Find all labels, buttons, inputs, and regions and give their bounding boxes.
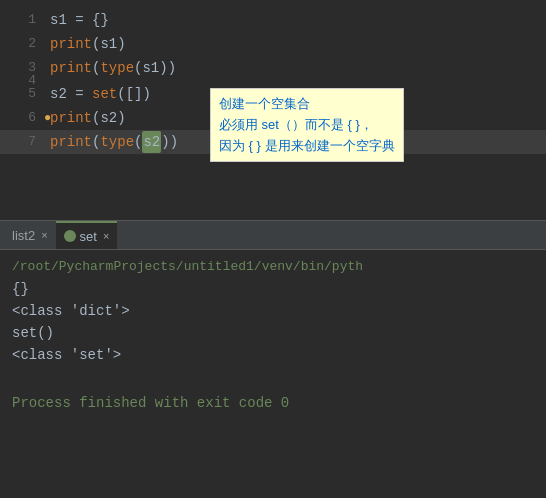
code-token: {} bbox=[92, 9, 109, 31]
code-token: = bbox=[67, 83, 92, 105]
tooltip-line2: 必须用 set（）而不是 { }， bbox=[219, 117, 373, 132]
tabs-bar: list2 × set × bbox=[0, 220, 546, 250]
code-token-highlighted: s2 bbox=[142, 131, 161, 153]
code-token: ( bbox=[92, 57, 100, 79]
arrow-icon: ● bbox=[44, 107, 51, 129]
tab-list2-label: list2 bbox=[12, 228, 35, 243]
code-token: ( bbox=[92, 131, 100, 153]
terminal-blank-line bbox=[12, 366, 534, 388]
code-token: print bbox=[50, 33, 92, 55]
tab-set[interactable]: set × bbox=[56, 221, 118, 249]
terminal-output-line-2: <class 'dict'> bbox=[12, 300, 534, 322]
code-token: type bbox=[100, 57, 134, 79]
code-editor[interactable]: 1 s1 = {} 2 print(s1) 3 print(type(s1)) … bbox=[0, 0, 546, 220]
line-number-5: 5 bbox=[0, 83, 44, 105]
code-token: (s2) bbox=[92, 107, 126, 129]
line-number-1: 1 bbox=[0, 9, 44, 31]
tooltip-annotation: 创建一个空集合 必须用 set（）而不是 { }， 因为 { } 是用来创建一个… bbox=[210, 88, 404, 162]
tab-set-icon bbox=[64, 230, 76, 242]
code-token: ( bbox=[134, 131, 142, 153]
terminal-output: /root/PycharmProjects/untitled1/venv/bin… bbox=[0, 250, 546, 498]
code-token: ([]) bbox=[117, 83, 151, 105]
code-line-1: 1 s1 = {} bbox=[0, 8, 546, 32]
terminal-output-line-4: <class 'set'> bbox=[12, 344, 534, 366]
line-number-7: 7 bbox=[0, 131, 44, 153]
code-token: print bbox=[50, 107, 92, 129]
code-token: set bbox=[92, 83, 117, 105]
terminal-output-line-3: set() bbox=[12, 322, 534, 344]
code-token: s1 bbox=[50, 9, 67, 31]
code-token: (s1) bbox=[92, 33, 126, 55]
code-token: )) bbox=[161, 131, 178, 153]
code-line-2: 2 print(s1) bbox=[0, 32, 546, 56]
tab-set-label: set bbox=[80, 229, 97, 244]
tab-set-close[interactable]: × bbox=[103, 230, 109, 242]
code-token: (s1)) bbox=[134, 57, 176, 79]
code-token: s2 bbox=[50, 83, 67, 105]
code-token: type bbox=[100, 131, 134, 153]
code-line-3: 3 print(type(s1)) bbox=[0, 56, 546, 80]
tooltip-line1: 创建一个空集合 bbox=[219, 96, 310, 111]
terminal-process-line: Process finished with exit code 0 bbox=[12, 392, 534, 414]
terminal-output-line-1: {} bbox=[12, 278, 534, 300]
code-token: = bbox=[67, 9, 92, 31]
tab-list2-close[interactable]: × bbox=[41, 229, 47, 241]
code-token: print bbox=[50, 57, 92, 79]
tooltip-line3: 因为 { } 是用来创建一个空字典 bbox=[219, 138, 395, 153]
line-number-6: 6 bbox=[0, 107, 44, 129]
tab-list2[interactable]: list2 × bbox=[4, 221, 56, 249]
code-token: print bbox=[50, 131, 92, 153]
line-number-2: 2 bbox=[0, 33, 44, 55]
terminal-path: /root/PycharmProjects/untitled1/venv/bin… bbox=[12, 256, 534, 278]
